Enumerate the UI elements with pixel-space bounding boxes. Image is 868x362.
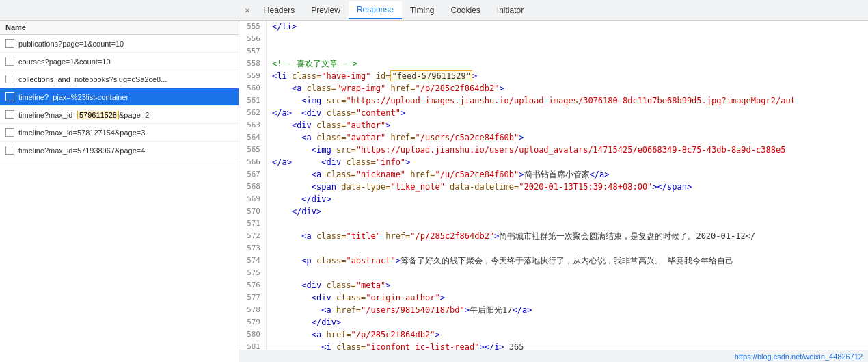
line-num-563: 563 <box>239 119 267 131</box>
line-num-579: 579 <box>239 316 267 328</box>
code-content-579: </div> <box>272 316 868 328</box>
tab-timing[interactable]: Timing <box>402 2 443 18</box>
code-content-566: </a> <div class="info"> <box>272 156 868 168</box>
left-panel-header: Name <box>0 21 239 35</box>
code-content-557 <box>272 45 868 57</box>
code-area[interactable]: 555 </li> 556 557 558 <!-- 喜欢了文章 --> 559… <box>239 21 868 350</box>
code-line-555: 555 </li> <box>239 21 868 33</box>
line-num-581: 581 <box>239 341 267 350</box>
status-bar: https://blog.csdn.net/weixin_44826712 <box>239 350 868 362</box>
code-line-576: 576 <div class="meta"> <box>239 279 868 292</box>
right-panel: 555 </li> 556 557 558 <!-- 喜欢了文章 --> 559… <box>239 21 868 362</box>
nav-item-timeline-p4[interactable]: timeline?max_id=571938967&page=4 <box>0 142 239 159</box>
code-content-580: <a href="/p/285c2f864db2"> <box>272 328 868 341</box>
line-num-564: 564 <box>239 131 267 144</box>
code-line-565: 565 <img src="https://upload.jianshu.io/… <box>239 144 868 156</box>
nav-item-courses[interactable]: courses?page=1&count=10 <box>0 53 239 70</box>
code-line-556: 556 <box>239 33 868 45</box>
nav-item-label-timeline-p2: timeline?max_id=579611528&page=2 <box>18 111 233 119</box>
checkbox-publications[interactable] <box>5 39 14 48</box>
code-content-559: <li class="have-img" id="feed-579611529"… <box>272 70 868 82</box>
nav-item-timeline-p2[interactable]: timeline?max_id=579611528&page=2 <box>0 106 239 124</box>
code-line-577: 577 <div class="origin-author"> <box>239 292 868 304</box>
tab-bar: × Headers Preview Response Timing Cookie… <box>0 0 868 21</box>
nav-item-timeline-pjax[interactable]: timeline?_pjax=%23list-container <box>0 88 239 106</box>
line-num-577: 577 <box>239 292 267 304</box>
code-content-565: <img src="https://upload.jianshu.io/user… <box>272 144 868 156</box>
line-num-567: 567 <box>239 168 267 181</box>
code-line-558: 558 <!-- 喜欢了文章 --> <box>239 57 868 70</box>
line-num-561: 561 <box>239 94 267 107</box>
highlight-feedid: "feed-579611529" <box>390 70 472 81</box>
code-line-562: 562 </a> <div class="content"> <box>239 107 868 119</box>
code-content-570: </div> <box>272 205 868 218</box>
code-content-577: <div class="origin-author"> <box>272 292 868 304</box>
checkbox-courses[interactable] <box>5 57 14 66</box>
line-num-578: 578 <box>239 304 267 316</box>
checkbox-timeline-pjax[interactable] <box>5 92 14 101</box>
code-line-564: 564 <a class="avatar" href="/users/c5a2c… <box>239 131 868 144</box>
checkbox-timeline-p4[interactable] <box>5 146 14 155</box>
line-num-559: 559 <box>239 70 267 82</box>
line-num-570: 570 <box>239 205 267 218</box>
nav-item-publications[interactable]: publications?page=1&count=10 <box>0 35 239 53</box>
tab-headers[interactable]: Headers <box>256 2 303 18</box>
status-link[interactable]: https://blog.csdn.net/weixin_44826712 <box>735 352 863 361</box>
code-content-558: <!-- 喜欢了文章 --> <box>272 57 868 70</box>
tab-response[interactable]: Response <box>349 1 402 19</box>
code-content-571 <box>272 218 868 230</box>
line-num-580: 580 <box>239 328 267 341</box>
line-num-558: 558 <box>239 57 267 70</box>
code-line-575: 575 <box>239 267 868 279</box>
tab-preview[interactable]: Preview <box>303 2 349 18</box>
checkbox-timeline-p2[interactable] <box>5 110 14 119</box>
code-content-562: </a> <div class="content"> <box>272 107 868 119</box>
code-content-572: <a class="title" href="/p/285c2f864db2">… <box>272 230 868 242</box>
tab-initiator[interactable]: Initiator <box>489 2 532 18</box>
code-content-561: <img src="https://upload-images.jianshu.… <box>272 94 868 107</box>
line-num-566: 566 <box>239 156 267 168</box>
line-num-555: 555 <box>239 21 267 33</box>
code-line-569: 569 </div> <box>239 193 868 205</box>
line-num-573: 573 <box>239 242 267 255</box>
line-num-571: 571 <box>239 218 267 230</box>
code-line-571: 571 <box>239 218 868 230</box>
code-line-561: 561 <img src="https://upload-images.jian… <box>239 94 868 107</box>
code-line-574: 574 <p class="abstract">筹备了好久的线下聚会，今天终于落… <box>239 255 868 267</box>
code-line-579: 579 </div> <box>239 316 868 328</box>
line-num-575: 575 <box>239 267 267 279</box>
checkbox-collections[interactable] <box>5 75 14 83</box>
nav-item-label-collections: collections_and_notebooks?slug=cSa2ce8..… <box>18 75 233 83</box>
code-content-578: <a href="/users/9815407187bd">午后阳光17</a> <box>272 304 868 316</box>
nav-item-collections[interactable]: collections_and_notebooks?slug=cSa2ce8..… <box>0 70 239 88</box>
tab-cookies[interactable]: Cookies <box>442 2 488 18</box>
nav-item-label-timeline-pjax: timeline?_pjax=%23list-container <box>18 93 233 101</box>
line-num-556: 556 <box>239 33 267 45</box>
code-line-573: 573 <box>239 242 868 255</box>
checkbox-timeline-p3[interactable] <box>5 128 14 137</box>
code-line-567: 567 <a class="nickname" href="/u/c5a2ce8… <box>239 168 868 181</box>
code-line-570: 570 </div> <box>239 205 868 218</box>
line-num-565: 565 <box>239 144 267 156</box>
code-content-576: <div class="meta"> <box>272 279 868 292</box>
code-line-559: 559 <li class="have-img" id="feed-579611… <box>239 70 868 82</box>
nav-item-timeline-p3[interactable]: timeline?max_id=578127154&page=3 <box>0 124 239 142</box>
code-line-578: 578 <a href="/users/9815407187bd">午后阳光17… <box>239 304 868 316</box>
code-line-563: 563 <div class="author"> <box>239 119 868 131</box>
line-num-568: 568 <box>239 181 267 193</box>
code-content-569: </div> <box>272 193 868 205</box>
line-num-557: 557 <box>239 45 267 57</box>
code-content-563: <div class="author"> <box>272 119 868 131</box>
code-line-557: 557 <box>239 45 868 57</box>
close-icon[interactable]: × <box>239 5 256 15</box>
code-content-555: </li> <box>272 21 868 33</box>
nav-item-label-timeline-p3: timeline?max_id=578127154&page=3 <box>18 129 233 137</box>
highlight-maxid: 579611528 <box>77 111 119 119</box>
code-content-567: <a class="nickname" href="/u/c5a2ce84f60… <box>272 168 868 181</box>
nav-item-label-publications: publications?page=1&count=10 <box>18 40 233 48</box>
line-num-562: 562 <box>239 107 267 119</box>
code-line-568: 568 <span data-type="like_note" data-dat… <box>239 181 868 193</box>
code-content-556 <box>272 33 868 45</box>
line-num-574: 574 <box>239 255 267 267</box>
code-line-580: 580 <a href="/p/285c2f864db2"> <box>239 328 868 341</box>
